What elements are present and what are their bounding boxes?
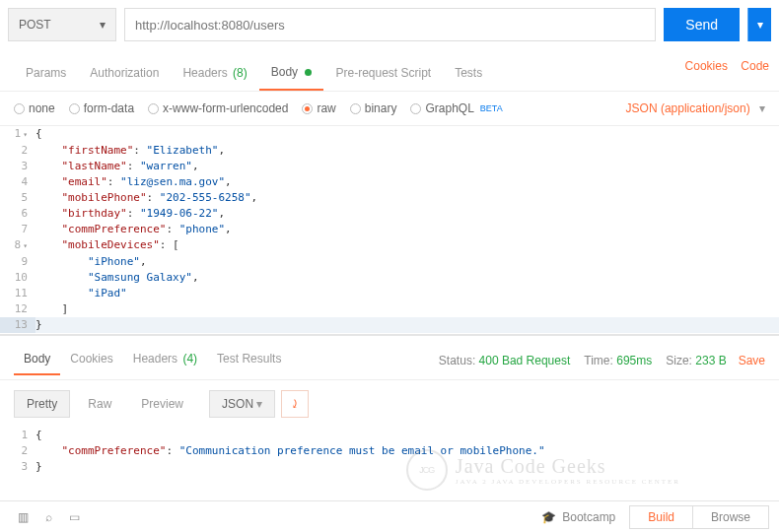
tab-params[interactable]: Params — [14, 58, 78, 90]
time-label: Time: 695ms — [584, 354, 652, 367]
content-type-select[interactable]: JSON (application/json) ▾ — [626, 101, 765, 115]
tab-body[interactable]: Body — [259, 57, 324, 91]
method-label: POST — [19, 18, 51, 32]
body-type-graphql[interactable]: GraphQLBETA — [410, 101, 502, 115]
code-link[interactable]: Code — [741, 59, 769, 73]
build-button[interactable]: Build — [629, 505, 693, 529]
send-options-button[interactable]: ▾ — [747, 8, 771, 41]
url-input[interactable] — [124, 8, 656, 41]
tab-authorization[interactable]: Authorization — [78, 58, 171, 90]
save-response-link[interactable]: Save — [739, 354, 765, 367]
request-tabs: Params Authorization Headers (8) Body Pr… — [0, 49, 779, 92]
request-body-editor[interactable]: 1▾{2 "firstName": "Elizabeth",3 "lastNam… — [0, 126, 779, 335]
resp-tab-cookies[interactable]: Cookies — [60, 346, 122, 375]
tab-headers[interactable]: Headers (8) — [171, 58, 258, 90]
tab-prerequest[interactable]: Pre-request Script — [323, 58, 443, 90]
graduation-cap-icon: 🎓 — [541, 510, 556, 524]
chevron-down-icon: ▾ — [100, 18, 106, 32]
view-raw-button[interactable]: Raw — [76, 390, 123, 418]
tab-tests[interactable]: Tests — [443, 58, 494, 90]
chevron-down-icon: ▾ — [759, 101, 765, 115]
find-icon[interactable]: ⌕ — [35, 504, 61, 530]
body-type-urlencoded[interactable]: x-www-form-urlencoded — [148, 101, 288, 115]
response-body-editor[interactable]: 1{2 "commPreference": "Communication pre… — [0, 428, 779, 481]
wrap-lines-button[interactable]: ⤸ — [281, 390, 309, 418]
resp-tab-headers[interactable]: Headers (4) — [123, 346, 207, 375]
body-type-raw[interactable]: raw — [302, 101, 335, 115]
body-type-binary[interactable]: binary — [350, 101, 397, 115]
body-type-form-data[interactable]: form-data — [69, 101, 134, 115]
footer-bar: ▥ ⌕ ▭ 🎓 Bootcamp Build Browse — [0, 500, 779, 532]
send-button[interactable]: Send — [664, 8, 740, 41]
resp-tab-tests[interactable]: Test Results — [207, 346, 291, 375]
response-header: Body Cookies Headers (4) Test Results St… — [0, 335, 779, 375]
bootcamp-link[interactable]: 🎓 Bootcamp — [541, 510, 615, 524]
response-controls: Pretty Raw Preview JSON ▾ ⤸ — [0, 379, 779, 428]
right-links: Cookies Code — [675, 59, 769, 73]
browse-button[interactable]: Browse — [693, 505, 769, 529]
cookies-link[interactable]: Cookies — [685, 59, 728, 73]
resp-tab-body[interactable]: Body — [14, 346, 60, 375]
view-preview-button[interactable]: Preview — [129, 390, 195, 418]
console-icon[interactable]: ▭ — [61, 504, 87, 530]
chevron-down-icon: ▾ — [256, 397, 262, 411]
unsaved-dot-icon — [305, 69, 312, 76]
size-label: Size: 233 B — [666, 354, 726, 367]
sidebar-toggle-icon[interactable]: ▥ — [10, 504, 35, 530]
response-format-select[interactable]: JSON ▾ — [209, 390, 275, 418]
view-pretty-button[interactable]: Pretty — [14, 390, 70, 418]
body-type-none[interactable]: none — [14, 101, 55, 115]
body-type-row: none form-data x-www-form-urlencoded raw… — [0, 92, 779, 126]
method-select[interactable]: POST ▾ — [8, 8, 116, 41]
request-top-bar: POST ▾ Send ▾ — [0, 0, 779, 49]
status-label: Status: 400 Bad Request — [439, 354, 570, 367]
